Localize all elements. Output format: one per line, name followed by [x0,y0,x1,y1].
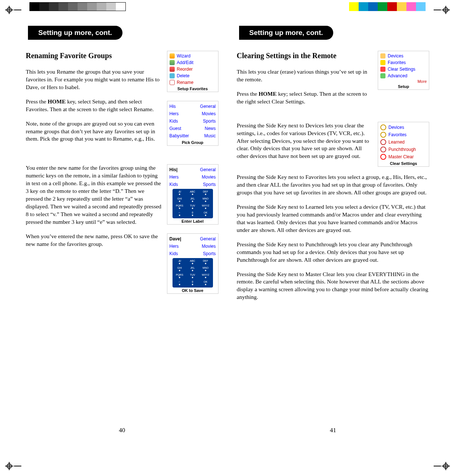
favorites-icon [380,60,385,65]
keypad-icon: .&!ABCDEF GHIJKLMNO PQRSTUVWXYZ ←0OK [173,258,213,288]
subsection-title-renaming: Renaming Favorite Groups [26,51,162,61]
grayscale-calibration-bar [29,2,126,11]
advanced-icon [380,73,385,78]
body-text: This lets you Rename the groups that you… [26,68,162,91]
delete-icon [170,73,175,78]
body-text: You enter the new name for the favorites… [26,164,162,226]
body-text: Press the HOME key, select Setup, and th… [26,98,162,113]
keypad-icon: .&!ABCDEF GHIJKLMNO PQRSTUVWXYZ ←0OK [173,189,213,218]
clear-settings-icon [380,67,385,72]
body-text: Press the HOME key; select Setup. Then a… [237,90,373,106]
rename-icon [170,80,175,85]
screenshot-enter-label: His|General HersMovies KidsSports .&!ABC… [167,164,218,225]
screenshot-clear-settings: Devices Favorites Learned Punchthrough M… [378,122,429,167]
devices-circle-icon [380,124,386,130]
page-number-right: 41 [237,427,430,434]
reorder-icon [170,67,175,72]
subsection-title-clearing: Clearing Settings in the Remote [237,51,373,61]
wizard-icon [170,53,175,59]
section-header-left: Setting up more, cont. [28,26,122,40]
addedit-icon [170,60,175,65]
color-calibration-bar [349,2,426,11]
body-text: Pressing the Side Key next to Master Cle… [237,271,430,302]
body-text: Note, none of the groups are grayed out … [26,120,162,143]
page-left: Setting up more, cont. Renaming Favorite… [26,26,218,421]
screenshot-setup-favorites: Wizard Add/Edit Reorder Delete Rename Se… [167,51,218,92]
body-text: This lets you clear (erase) various thin… [237,68,373,84]
body-text: Pressing the Side Key next to Punchthrou… [237,241,430,264]
screenshot-setup: Devices Favorites Clear Settings Advance… [378,51,429,90]
body-text: Pressing the Side Key next to Devices le… [237,122,373,161]
favorites-circle-icon [380,132,386,138]
section-header-right: Setting up more, cont. [239,26,334,40]
learned-circle-icon [380,139,386,145]
body-text: Pressing the Side Key next to Learned le… [237,203,430,234]
devices-icon [380,53,385,59]
page-number-left: 40 [26,427,218,434]
page-right: Setting up more, cont. Clearing Settings… [237,26,430,421]
body-text: Pressing the Side Key next to Favorites … [237,173,430,197]
screenshot-pick-group: HisGeneral HersMovies KidsSports GuestNe… [167,101,218,146]
screenshot-ok-to-save: Dave|General HersMovies KidsSports .&!AB… [167,233,218,294]
punchthrough-circle-icon [380,147,386,152]
masterclear-circle-icon [380,154,386,160]
body-text: When you’ve entered the new name, press … [26,233,162,248]
